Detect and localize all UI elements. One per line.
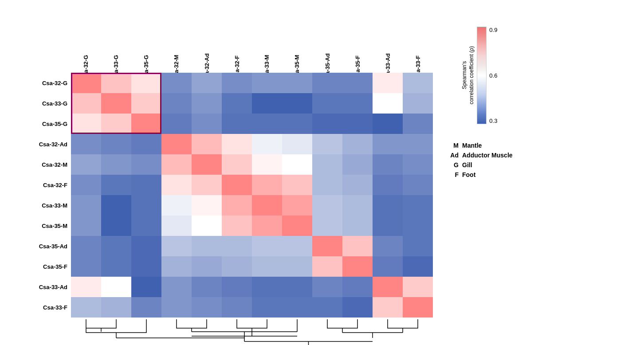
heatmap-cell [131,114,161,134]
heatmap-cell [192,73,222,93]
col-label: Csa-35-G [131,13,161,71]
heatmap-cell [312,134,342,154]
heatmap-cell [101,256,131,277]
row-labels: Csa-32-GCsa-33-GCsa-35-GCsa-32-AdCsa-32-… [27,73,71,318]
heatmap-cell [71,277,101,297]
tissue-item: MMantle [446,142,513,149]
col-label: Csa-32-G [71,13,101,71]
heatmap-row [71,154,433,175]
bar-label: 0.3 [489,118,497,124]
heatmap-cell [342,175,373,195]
heatmap-cell [342,114,373,134]
heatmap-cell [161,134,192,154]
heatmap-cell [373,277,403,297]
heatmap-cell [131,154,161,175]
heatmap-row [71,175,433,195]
heatmap-cell [131,195,161,216]
heatmap-cell [403,236,433,256]
heatmap-row [71,236,433,256]
heatmap-cell [342,236,373,256]
heatmap-cell [282,93,312,114]
heatmap-cell [71,154,101,175]
heatmap-cell [222,175,252,195]
tissue-item: GGill [446,161,513,169]
heatmap-cell [131,73,161,93]
heatmap-cell [101,73,131,93]
heatmap-cell [161,256,192,277]
heatmap-cell [222,256,252,277]
heatmap-cell [101,154,131,175]
heatmap-cell [312,114,342,134]
heatmap-cell [403,93,433,114]
heatmap-cell [312,93,342,114]
heatmap-row [71,195,433,216]
heatmap-cell [161,93,192,114]
tissue-abbr: M [446,142,459,149]
heatmap-cell [71,297,101,318]
heatmap-cell [252,216,282,236]
heatmap-cell [101,114,131,134]
heatmap-cell [282,114,312,134]
heatmap-row [71,93,433,114]
col-label: Csa-32-Ad [192,13,222,71]
heatmap-cell [161,175,192,195]
row-label: Csa-33-F [27,297,71,318]
heatmap-cell [222,134,252,154]
row-label: Csa-33-M [27,195,71,216]
heatmap-cell [282,297,312,318]
heatmap-cell [282,277,312,297]
col-label: Csa-33-M [252,13,282,71]
tissue-item: AdAdductor Muscle [446,152,513,159]
tissue-abbr: F [446,171,459,178]
heatmap-cell [192,154,222,175]
col-label: Csa-33-Ad [373,13,403,71]
heatmap-cell [342,195,373,216]
tissue-name: Gill [462,161,472,169]
heatmap-cell [252,195,282,216]
heatmap-cell [252,256,282,277]
heatmap-cell [101,277,131,297]
heatmap-cell [342,73,373,93]
row-label: Csa-32-F [27,175,71,195]
col-label: Csa-32-F [222,13,252,71]
row-label: Csa-35-G [27,114,71,134]
heatmap-cell [161,195,192,216]
heatmap-cell [282,216,312,236]
dendrogram-area [71,319,433,345]
heatmap-cell [131,256,161,277]
heatmap-cell [282,256,312,277]
heatmap-cell [373,134,403,154]
col-label: Csa-33-F [403,13,433,71]
heatmap-cell [403,134,433,154]
heatmap-cell [222,73,252,93]
color-bar-labels: 0.90.60.3 [489,27,497,124]
heatmap-cell [373,73,403,93]
heatmap-cell [131,216,161,236]
heatmap-cell [252,175,282,195]
heatmap-cell [282,175,312,195]
heatmap-cell [373,195,403,216]
row-label: Csa-35-F [27,256,71,277]
heatmap-cell [342,134,373,154]
tissue-name: Foot [462,171,475,178]
heatmap-cell [252,134,282,154]
heatmap-cell [161,297,192,318]
heatmap-cell [252,93,282,114]
heatmap-cell [252,236,282,256]
heatmap-cell [192,134,222,154]
heatmap-cell [222,216,252,236]
col-label: Csa-35-Ad [312,13,342,71]
heatmap-cell [222,277,252,297]
tissue-name: Mantle [462,142,482,149]
heatmap-cell [342,154,373,175]
heatmap-cell [71,256,101,277]
row-label: Csa-35-M [27,216,71,236]
row-label: Csa-35-Ad [27,236,71,256]
heatmap-cell [403,114,433,134]
heatmap-cell [252,277,282,297]
col-label: Csa-32-M [161,13,192,71]
heatmap-cell [161,114,192,134]
heatmap-cell [282,134,312,154]
heatmap-row [71,73,433,93]
chart-container: Csa-32-GCsa-33-GCsa-35-GCsa-32-MCsa-32-A… [0,0,644,345]
